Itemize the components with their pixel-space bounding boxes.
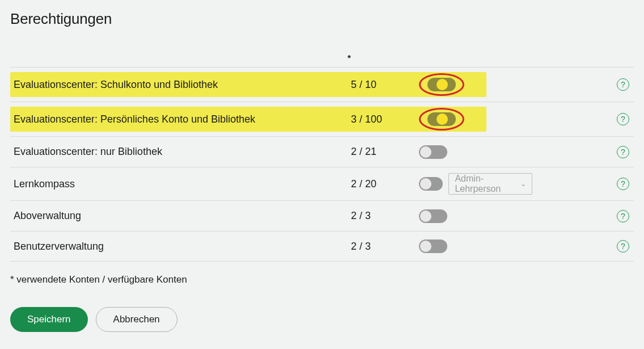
chevron-down-icon: ⌄ <box>520 180 526 188</box>
permission-label-cell: Evaluationscenter: Persönliches Konto un… <box>14 112 351 127</box>
accounts-count: 5 / 10 <box>351 79 376 91</box>
help-icon[interactable]: ? <box>617 113 629 125</box>
toggle-knob <box>420 241 431 252</box>
help-icon[interactable]: ? <box>617 78 629 91</box>
accounts-count: 2 / 3 <box>351 241 371 253</box>
permission-label-cell: Benutzerverwaltung <box>14 239 351 254</box>
permission-toggle[interactable] <box>419 145 447 159</box>
permission-label: Evaluationscenter: nur Bibliothek <box>14 145 164 159</box>
help-cell: ? <box>532 178 634 190</box>
permission-label-cell: Aboverwaltung <box>14 209 351 223</box>
accounts-count-cell: 2 / 3 <box>351 241 419 253</box>
help-icon[interactable]: ? <box>617 210 629 222</box>
help-cell: ? <box>532 78 634 91</box>
toggle-highlight-ring <box>419 73 464 96</box>
help-icon[interactable]: ? <box>617 240 629 253</box>
help-cell: ? <box>532 210 634 222</box>
permission-label-cell: Evaluationscenter: nur Bibliothek <box>14 145 351 159</box>
permission-toggle[interactable] <box>419 177 443 191</box>
toggle-cell <box>419 145 532 159</box>
permission-toggle[interactable] <box>427 78 456 91</box>
permission-toggle[interactable] <box>419 239 447 253</box>
accounts-count: 2 / 21 <box>351 146 376 158</box>
permission-label: Evaluationscenter: Persönliches Konto un… <box>14 112 257 127</box>
permissions-table: * Evaluationscenter: Schulkonto und Bibl… <box>10 51 634 262</box>
table-row: Evaluationscenter: Schulkonto und Biblio… <box>10 67 634 102</box>
toggle-knob <box>437 113 448 125</box>
help-cell: ? <box>532 146 634 158</box>
toggle-cell <box>419 73 532 96</box>
permission-label: Evaluationscenter: Schulkonto und Biblio… <box>14 78 220 92</box>
cancel-button[interactable]: Abbrechen <box>96 307 177 332</box>
toggle-cell: Admin-Lehrperson⌄ <box>419 173 532 195</box>
toggle-knob <box>437 79 448 90</box>
accounts-count-cell: 2 / 21 <box>351 146 419 158</box>
footnote: * verwendete Konten / verfügbare Konten <box>10 274 634 285</box>
help-icon[interactable]: ? <box>617 178 629 190</box>
permission-label: Aboverwaltung <box>14 209 83 223</box>
permission-label-cell: Evaluationscenter: Schulkonto und Biblio… <box>14 78 351 92</box>
count-header-asterisk: * <box>348 53 416 62</box>
toggle-cell <box>419 239 532 253</box>
toggle-knob <box>420 178 431 190</box>
help-cell: ? <box>532 240 634 253</box>
help-icon[interactable]: ? <box>617 146 629 158</box>
toggle-cell <box>419 209 532 223</box>
toggle-knob <box>420 211 431 222</box>
accounts-count: 3 / 100 <box>351 113 382 125</box>
toggle-cell <box>419 108 532 131</box>
accounts-count-cell: 2 / 20 <box>351 178 419 190</box>
permission-label: Lernkompass <box>14 177 77 191</box>
accounts-count-cell: 5 / 10 <box>351 79 419 91</box>
table-row: Evaluationscenter: Persönliches Konto un… <box>10 102 634 136</box>
save-button[interactable]: Speichern <box>10 307 88 332</box>
permission-label: Benutzerverwaltung <box>14 239 106 254</box>
actions: Speichern Abbrechen <box>10 307 634 332</box>
permission-toggle[interactable] <box>419 209 447 223</box>
permission-label-cell: Lernkompass <box>14 177 351 191</box>
page-title: Berechtigungen <box>10 10 634 28</box>
accounts-count-cell: 2 / 3 <box>351 210 419 222</box>
table-row: Lernkompass2 / 20Admin-Lehrperson⌄? <box>10 167 634 200</box>
accounts-count: 2 / 3 <box>351 210 371 222</box>
table-row: Evaluationscenter: nur Bibliothek2 / 21? <box>10 136 634 167</box>
role-select[interactable]: Admin-Lehrperson⌄ <box>448 173 532 195</box>
toggle-knob <box>420 146 431 158</box>
toggle-highlight-ring <box>419 108 464 131</box>
accounts-count-cell: 3 / 100 <box>351 113 419 125</box>
table-row: Benutzerverwaltung2 / 3? <box>10 231 634 262</box>
role-select-value: Admin-Lehrperson <box>455 174 517 194</box>
table-header: * <box>10 51 634 67</box>
permission-toggle[interactable] <box>427 112 456 126</box>
help-cell: ? <box>532 113 634 125</box>
table-row: Aboverwaltung2 / 3? <box>10 200 634 231</box>
accounts-count: 2 / 20 <box>351 178 376 190</box>
